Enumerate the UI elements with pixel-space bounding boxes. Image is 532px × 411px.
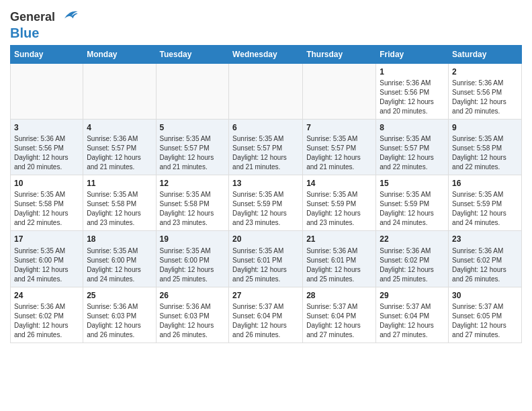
day-number: 10	[14, 178, 79, 189]
calendar-cell: 23Sunrise: 5:36 AM Sunset: 6:02 PM Dayli…	[449, 231, 522, 287]
day-number: 30	[452, 290, 518, 301]
calendar-cell: 26Sunrise: 5:36 AM Sunset: 6:03 PM Dayli…	[156, 287, 229, 342]
day-info: Sunrise: 5:35 AM Sunset: 5:57 PM Dayligh…	[232, 134, 299, 172]
day-info: Sunrise: 5:35 AM Sunset: 5:58 PM Dayligh…	[452, 134, 518, 172]
calendar-header-tuesday: Tuesday	[156, 45, 229, 63]
day-number: 8	[380, 122, 445, 133]
day-info: Sunrise: 5:36 AM Sunset: 5:56 PM Dayligh…	[452, 79, 518, 116]
day-number: 11	[87, 178, 152, 189]
day-number: 4	[87, 122, 152, 133]
calendar-cell: 9Sunrise: 5:35 AM Sunset: 5:58 PM Daylig…	[449, 119, 522, 175]
calendar-cell: 20Sunrise: 5:35 AM Sunset: 6:01 PM Dayli…	[229, 231, 303, 287]
calendar-header-thursday: Thursday	[303, 45, 376, 63]
calendar-cell: 3Sunrise: 5:36 AM Sunset: 5:56 PM Daylig…	[11, 119, 83, 175]
day-number: 16	[452, 178, 518, 189]
logo-general: General	[10, 10, 55, 24]
calendar-week-row: 24Sunrise: 5:36 AM Sunset: 6:02 PM Dayli…	[11, 287, 522, 342]
day-number: 2	[452, 66, 518, 77]
day-number: 25	[87, 290, 152, 301]
logo-bird-icon	[60, 7, 79, 26]
calendar-table: SundayMondayTuesdayWednesdayThursdayFrid…	[10, 45, 522, 343]
calendar-cell	[156, 63, 229, 119]
calendar-header-friday: Friday	[376, 45, 449, 63]
day-number: 24	[14, 290, 79, 301]
calendar-cell	[83, 63, 156, 119]
day-number: 15	[380, 178, 445, 189]
calendar-header-row: SundayMondayTuesdayWednesdayThursdayFrid…	[11, 45, 522, 63]
day-number: 29	[380, 290, 445, 301]
day-info: Sunrise: 5:35 AM Sunset: 5:58 PM Dayligh…	[87, 190, 152, 228]
calendar-cell	[303, 63, 376, 119]
calendar-cell: 25Sunrise: 5:36 AM Sunset: 6:03 PM Dayli…	[83, 287, 156, 342]
day-info: Sunrise: 5:35 AM Sunset: 5:59 PM Dayligh…	[306, 190, 372, 228]
day-info: Sunrise: 5:35 AM Sunset: 5:59 PM Dayligh…	[452, 190, 518, 228]
day-info: Sunrise: 5:35 AM Sunset: 6:01 PM Dayligh…	[232, 246, 299, 284]
day-info: Sunrise: 5:36 AM Sunset: 5:56 PM Dayligh…	[380, 79, 445, 116]
day-number: 13	[232, 178, 299, 189]
calendar-cell: 2Sunrise: 5:36 AM Sunset: 5:56 PM Daylig…	[449, 63, 522, 119]
calendar-cell: 15Sunrise: 5:35 AM Sunset: 5:59 PM Dayli…	[376, 175, 449, 231]
calendar-header-saturday: Saturday	[449, 45, 522, 63]
calendar-week-row: 17Sunrise: 5:35 AM Sunset: 6:00 PM Dayli…	[11, 231, 522, 287]
day-info: Sunrise: 5:36 AM Sunset: 6:02 PM Dayligh…	[14, 302, 79, 340]
day-info: Sunrise: 5:35 AM Sunset: 6:00 PM Dayligh…	[87, 246, 152, 284]
page-header: General Blue	[10, 7, 522, 41]
day-number: 17	[14, 234, 79, 244]
day-info: Sunrise: 5:35 AM Sunset: 5:58 PM Dayligh…	[160, 190, 226, 228]
day-number: 28	[306, 290, 372, 301]
calendar-cell: 27Sunrise: 5:37 AM Sunset: 6:04 PM Dayli…	[229, 287, 303, 342]
day-info: Sunrise: 5:37 AM Sunset: 6:04 PM Dayligh…	[232, 302, 299, 340]
day-info: Sunrise: 5:37 AM Sunset: 6:04 PM Dayligh…	[380, 302, 445, 340]
day-info: Sunrise: 5:36 AM Sunset: 5:57 PM Dayligh…	[87, 134, 152, 172]
calendar-cell: 29Sunrise: 5:37 AM Sunset: 6:04 PM Dayli…	[376, 287, 449, 342]
day-info: Sunrise: 5:35 AM Sunset: 5:57 PM Dayligh…	[380, 134, 445, 172]
day-number: 21	[306, 234, 372, 244]
calendar-cell: 11Sunrise: 5:35 AM Sunset: 5:58 PM Dayli…	[83, 175, 156, 231]
day-info: Sunrise: 5:35 AM Sunset: 5:59 PM Dayligh…	[232, 190, 299, 228]
calendar-header-wednesday: Wednesday	[229, 45, 303, 63]
calendar-cell: 6Sunrise: 5:35 AM Sunset: 5:57 PM Daylig…	[229, 119, 303, 175]
day-info: Sunrise: 5:35 AM Sunset: 5:57 PM Dayligh…	[160, 134, 226, 172]
logo-blue: Blue	[10, 26, 39, 40]
calendar-cell: 10Sunrise: 5:35 AM Sunset: 5:58 PM Dayli…	[11, 175, 83, 231]
calendar-cell: 1Sunrise: 5:36 AM Sunset: 5:56 PM Daylig…	[376, 63, 449, 119]
calendar-cell: 28Sunrise: 5:37 AM Sunset: 6:04 PM Dayli…	[303, 287, 376, 342]
day-info: Sunrise: 5:37 AM Sunset: 6:04 PM Dayligh…	[306, 302, 372, 340]
day-number: 6	[232, 122, 299, 133]
day-info: Sunrise: 5:35 AM Sunset: 5:59 PM Dayligh…	[380, 190, 445, 228]
calendar-cell	[229, 63, 303, 119]
calendar-header-monday: Monday	[83, 45, 156, 63]
calendar-cell: 19Sunrise: 5:35 AM Sunset: 6:00 PM Dayli…	[156, 231, 229, 287]
calendar-cell: 16Sunrise: 5:35 AM Sunset: 5:59 PM Dayli…	[449, 175, 522, 231]
calendar-header-sunday: Sunday	[11, 45, 83, 63]
day-info: Sunrise: 5:35 AM Sunset: 5:58 PM Dayligh…	[14, 190, 79, 228]
calendar-cell: 4Sunrise: 5:36 AM Sunset: 5:57 PM Daylig…	[83, 119, 156, 175]
day-number: 1	[380, 66, 445, 77]
day-number: 20	[232, 234, 299, 244]
calendar-cell: 17Sunrise: 5:35 AM Sunset: 6:00 PM Dayli…	[11, 231, 83, 287]
day-info: Sunrise: 5:36 AM Sunset: 6:02 PM Dayligh…	[380, 246, 445, 284]
day-number: 7	[306, 122, 372, 133]
calendar-week-row: 10Sunrise: 5:35 AM Sunset: 5:58 PM Dayli…	[11, 175, 522, 231]
day-number: 3	[14, 122, 79, 133]
day-info: Sunrise: 5:36 AM Sunset: 6:01 PM Dayligh…	[306, 246, 372, 284]
calendar-cell: 30Sunrise: 5:37 AM Sunset: 6:05 PM Dayli…	[449, 287, 522, 342]
day-number: 26	[160, 290, 226, 301]
calendar-cell: 12Sunrise: 5:35 AM Sunset: 5:58 PM Dayli…	[156, 175, 229, 231]
day-info: Sunrise: 5:35 AM Sunset: 6:00 PM Dayligh…	[160, 246, 226, 284]
day-info: Sunrise: 5:36 AM Sunset: 6:03 PM Dayligh…	[87, 302, 152, 340]
day-number: 19	[160, 234, 226, 244]
day-number: 22	[380, 234, 445, 244]
day-info: Sunrise: 5:35 AM Sunset: 5:57 PM Dayligh…	[306, 134, 372, 172]
day-number: 18	[87, 234, 152, 244]
day-number: 23	[452, 234, 518, 244]
day-number: 27	[232, 290, 299, 301]
logo: General Blue	[10, 9, 79, 41]
day-number: 14	[306, 178, 372, 189]
calendar-cell	[11, 63, 83, 119]
day-info: Sunrise: 5:37 AM Sunset: 6:05 PM Dayligh…	[452, 302, 518, 340]
calendar-cell: 21Sunrise: 5:36 AM Sunset: 6:01 PM Dayli…	[303, 231, 376, 287]
day-info: Sunrise: 5:36 AM Sunset: 6:03 PM Dayligh…	[160, 302, 226, 340]
calendar-cell: 18Sunrise: 5:35 AM Sunset: 6:00 PM Dayli…	[83, 231, 156, 287]
calendar-week-row: 3Sunrise: 5:36 AM Sunset: 5:56 PM Daylig…	[11, 119, 522, 175]
